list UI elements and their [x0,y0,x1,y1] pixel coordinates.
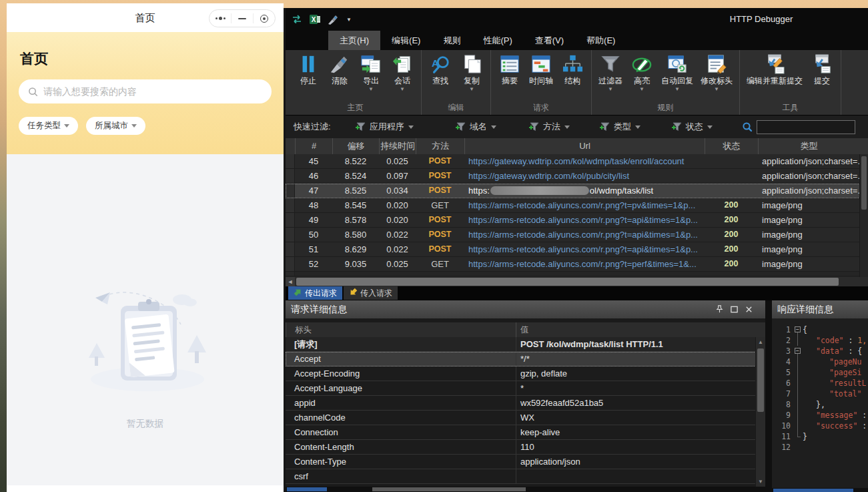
scroll-up-arrow-icon[interactable]: ▲ [756,337,765,347]
dropdown-caret-icon[interactable]: ▼ [714,86,719,93]
dropdown-caret-icon[interactable]: ▼ [608,86,613,93]
fold-guide [793,389,803,399]
close-capsule-button[interactable] [254,10,275,27]
search-input[interactable] [43,86,272,97]
menu-tab-编辑(E)[interactable]: 编辑(E) [380,31,432,50]
minimize-button[interactable] [232,10,253,27]
clear-brush-icon[interactable] [327,13,339,25]
header-row[interactable]: Content-Length110 [286,440,765,455]
menu-tab-主页(H)[interactable]: 主页(H) [328,31,380,50]
table-row[interactable]: 478.5250.034POSThttps:ol/wdmp/task/lista… [286,184,868,198]
header-row[interactable]: Accept-Encodinggzip, deflate [286,366,765,381]
header-row[interactable]: Accept*/* [286,352,765,366]
dropdown-caret-icon[interactable]: ▼ [675,86,680,93]
menu-tab-查看(V)[interactable]: 查看(V) [524,31,575,50]
dropdown-caret-icon[interactable]: ▼ [368,86,374,93]
table-row[interactable]: 488.5450.020GEThttps://arms-retcode.aliy… [286,198,868,213]
table-row[interactable]: 498.5780.020POSThttps://arms-retcode.ali… [286,213,868,228]
qat-dropdown-icon[interactable]: ▼ [346,17,352,23]
swap-icon[interactable] [291,13,303,25]
response-details-title: 响应详细信息 [777,304,863,316]
response-horizontal-scrollbar[interactable] [772,488,868,492]
quick-filter-类型[interactable]: 类型 [599,121,640,133]
excel-export-icon[interactable]: X [309,13,321,25]
header-row[interactable]: Content-Typeapplication/json [286,455,765,469]
dropdown-caret-icon[interactable]: ▼ [469,86,474,93]
home-heading: 首页 [20,49,284,68]
ribbon-button-编辑并重新提交[interactable]: 编辑并重新提交 [745,52,805,94]
request-table-vertical-scrollbar[interactable] [859,154,868,277]
table-row[interactable]: 508.5800.022POSThttps://arms-retcode.ali… [286,228,868,242]
scroll-down-arrow-icon[interactable]: ▼ [756,477,765,487]
header-row[interactable]: Connectionkeep-alive [286,425,765,440]
column-header-#[interactable]: # [295,138,332,154]
ribbon-button-自动回复[interactable]: 自动回复▼ [659,52,695,94]
ribbon-button-导出[interactable]: 导出▼ [357,52,385,94]
request-details-titlebar: 请求详细信息 [286,300,765,318]
column-header-marker[interactable] [286,138,295,154]
more-button[interactable] [209,10,231,27]
header-row[interactable]: csrf [286,469,765,484]
ribbon-button-停止[interactable]: 停止 [294,52,322,94]
cell-method: POST [416,213,464,227]
ribbon-button-复制[interactable]: 复制▼ [458,52,486,94]
column-header-状态[interactable]: 状态 [705,138,758,154]
ribbon-button-提交[interactable]: 提交 [808,52,836,94]
quick-filter-域名[interactable]: 域名 [455,121,496,133]
table-search-input[interactable] [757,120,855,134]
menu-tab-帮助(E)[interactable]: 帮助(E) [575,31,626,50]
menu-tab-规则[interactable]: 规则 [432,31,472,50]
headers-horizontal-scrollbar[interactable] [286,487,765,492]
ribbon-button-时间轴[interactable]: 时间轴 [527,52,555,94]
header-row[interactable]: channelCodeWX [286,411,765,425]
dropdown-caret-icon[interactable]: ▼ [400,86,405,93]
ribbon-button-修改标头[interactable]: 修改标头▼ [699,52,735,94]
response-json-viewer[interactable]: 1−{2"code" : 1,3−"data" : {4"pageNu5"pag… [772,318,868,492]
column-header-偏移[interactable]: 偏移 [332,138,379,154]
ribbon-button-会话[interactable]: 会话▼ [388,52,416,94]
column-header-方法[interactable]: 方法 [416,138,464,154]
ribbon-button-结构[interactable]: 结构 [558,52,586,94]
pin-icon[interactable] [715,305,724,314]
panel-splitter[interactable] [765,300,772,492]
ribbon-button-过滤器[interactable]: 过滤器▼ [596,52,624,94]
line-number: 7 [772,389,793,399]
table-row[interactable]: 518.6290.022POSThttps://arms-retcode.ali… [286,242,868,257]
scroll-left-arrow-icon[interactable]: ◄ [286,277,295,286]
filter-pill-所属城市[interactable]: 所属城市 [86,117,145,135]
line-number: 1 [772,324,793,335]
cell-num: 51 [295,242,332,256]
column-header-Url[interactable]: Url [464,138,705,154]
column-header-持续时间[interactable]: 持续时间 [379,138,416,154]
maximize-icon[interactable] [730,305,739,314]
ribbon-button-查找[interactable]: A查找 [426,52,454,94]
ribbon-button-清除[interactable]: 清除 [326,52,354,94]
quick-filter-方法[interactable]: 方法 [528,121,570,133]
header-row[interactable]: Accept-Language* [286,381,765,396]
header-row[interactable]: appidwx592feaafd52a1ba5 [286,396,765,411]
table-row[interactable]: 458.5220.025POSThttps://gateway.wdtrip.c… [286,154,868,169]
ribbon-button-摘要[interactable]: 摘要 [496,52,524,94]
search-box[interactable] [19,79,272,103]
header-name: csrf [286,469,516,483]
header-row[interactable]: [请求]POST /kol/wdmp/task/list HTTP/1.1 [286,337,765,352]
menu-tab-性能(P)[interactable]: 性能(P) [472,31,523,50]
headers-vertical-scrollbar[interactable]: ▲ ▼ [755,337,765,487]
fold-toggle-icon[interactable]: − [793,324,803,335]
stream-tab-传出请求[interactable]: 传出请求 [288,286,342,300]
quick-filter-状态[interactable]: 状态 [671,121,713,133]
table-row[interactable]: 468.5240.097POSThttps://gateway.wdtrip.c… [286,169,868,184]
request-table-horizontal-scrollbar[interactable]: ◄ [286,277,868,286]
fold-guide [793,442,803,453]
close-icon[interactable] [745,305,753,314]
filter-pill-任务类型[interactable]: 任务类型 [19,117,78,135]
ribbon-button-高亮[interactable]: 高亮▼ [628,52,656,94]
stream-tab-label: 传出请求 [305,288,337,299]
column-header-类型[interactable]: 类型 [758,138,859,154]
table-row[interactable]: 529.0350.025GEThttps://arms-retcode.aliy… [286,257,868,272]
dropdown-caret-icon[interactable]: ▼ [639,86,644,93]
header-value: WX [516,411,765,425]
quick-filter-应用程序[interactable]: 应用程序 [355,121,414,133]
stream-tab-传入请求[interactable]: 传入请求 [344,286,398,300]
fold-toggle-icon[interactable]: − [793,346,803,356]
